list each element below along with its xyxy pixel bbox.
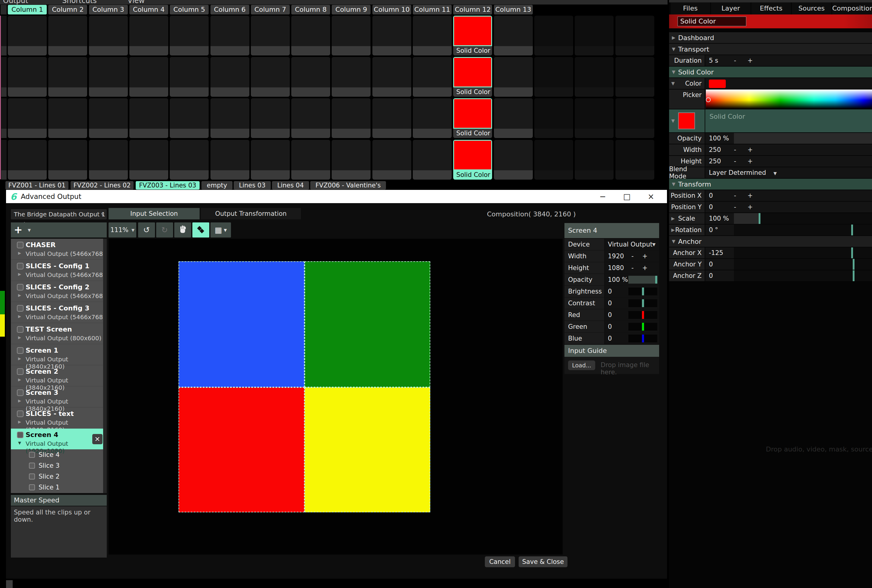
slice-checkbox[interactable]: [29, 452, 35, 458]
clip-label[interactable]: [291, 87, 330, 97]
scale-slider[interactable]: [734, 213, 872, 224]
duration-value[interactable]: 5 s - +: [705, 55, 872, 66]
output-device-dropdown[interactable]: The Bridge Datapath Output 1 - Jules 1 1…: [11, 209, 107, 219]
chevron-right-icon[interactable]: ▶: [18, 314, 21, 319]
clip-label[interactable]: [251, 87, 290, 97]
clip-cell[interactable]: [575, 16, 614, 56]
clip-thumbnail-red[interactable]: [453, 140, 492, 170]
deck-tab[interactable]: Lines 04: [272, 181, 309, 190]
clip-label[interactable]: [372, 170, 411, 180]
menu-shortcuts[interactable]: Shortcuts: [62, 0, 97, 4]
clip-cell[interactable]: [129, 140, 168, 180]
clip-label[interactable]: [48, 129, 87, 138]
clip-cell[interactable]: [8, 98, 47, 138]
rotation-slider[interactable]: [734, 225, 872, 236]
clip-thumbnail[interactable]: [291, 98, 330, 129]
clip-cell[interactable]: [210, 16, 249, 56]
height-decrement[interactable]: -: [631, 262, 634, 274]
clip-thumbnail[interactable]: [615, 98, 654, 129]
opacity-slider[interactable]: [734, 133, 872, 144]
slice-quad-green[interactable]: [305, 261, 430, 387]
column-header[interactable]: Column 2: [48, 5, 87, 15]
clip-label[interactable]: [170, 87, 209, 97]
deck-tab[interactable]: FVZ001 - Lines 01: [5, 181, 68, 190]
clip-thumbnail[interactable]: [494, 16, 533, 46]
clip-label[interactable]: [291, 129, 330, 138]
clip-thumbnail[interactable]: [413, 140, 452, 170]
clip-thumbnail[interactable]: [89, 140, 128, 170]
screen-checkbox[interactable]: [17, 368, 24, 375]
clip-cell[interactable]: [48, 98, 87, 138]
clip-thumbnail[interactable]: [372, 16, 411, 46]
clip-label[interactable]: [332, 87, 371, 97]
clip-thumbnail[interactable]: [48, 57, 87, 87]
clip-label[interactable]: [494, 46, 533, 56]
clip-label[interactable]: [494, 129, 533, 138]
clip-label[interactable]: [251, 170, 290, 180]
add-screen-button[interactable]: +: [14, 224, 23, 236]
clip-cell[interactable]: [48, 140, 87, 180]
slice-quad-yellow[interactable]: [305, 387, 430, 512]
clip-thumbnail[interactable]: [575, 57, 614, 87]
clip-label[interactable]: [129, 87, 168, 97]
screen-item[interactable]: Screen 3 ▶ Virtual Output (3840x2160): [11, 386, 107, 408]
slice-item[interactable]: Slice 3: [11, 460, 107, 471]
clip-label[interactable]: [332, 170, 371, 180]
clip-cell[interactable]: [413, 98, 452, 138]
chevron-down-icon[interactable]: ▼: [18, 441, 21, 445]
clip-cell[interactable]: [291, 140, 330, 180]
position-x-decrement[interactable]: -: [734, 190, 736, 201]
clip-label[interactable]: [575, 87, 614, 97]
clip-cell[interactable]: [48, 16, 87, 56]
remove-screen-button[interactable]: ×: [92, 434, 102, 444]
clip-cell[interactable]: [494, 57, 533, 97]
clip-cell[interactable]: [494, 140, 533, 180]
clip-label[interactable]: [210, 87, 249, 97]
chevron-right-icon[interactable]: ▶: [18, 356, 21, 361]
deck-tab[interactable]: empty: [201, 181, 233, 190]
clip-thumbnail[interactable]: [332, 16, 371, 46]
clip-label[interactable]: [210, 46, 249, 56]
tab-input-selection[interactable]: Input Selection: [108, 208, 200, 219]
position-y-increment[interactable]: +: [747, 202, 753, 213]
column-header[interactable]: Column 10: [372, 5, 411, 15]
position-y-value[interactable]: 0 - +: [705, 202, 872, 213]
clip-label[interactable]: [251, 129, 290, 138]
clip-thumbnail[interactable]: [8, 57, 47, 87]
clip-cell[interactable]: [372, 16, 411, 56]
clip-thumbnail[interactable]: [575, 98, 614, 129]
height-increment[interactable]: +: [747, 156, 753, 166]
clip-thumbnail[interactable]: [494, 57, 533, 87]
color-picker-gradient[interactable]: [706, 90, 872, 109]
width-value[interactable]: 1920 - +: [605, 250, 659, 262]
clip-label[interactable]: Solid Color: [453, 87, 492, 97]
clip-cell[interactable]: [251, 16, 290, 56]
clip-cell[interactable]: [413, 16, 452, 56]
opacity-slider[interactable]: [628, 276, 657, 284]
width-increment[interactable]: +: [747, 144, 753, 155]
clip-label[interactable]: [8, 129, 47, 138]
clip-cell[interactable]: [170, 140, 209, 180]
clip-thumbnail[interactable]: [534, 98, 573, 129]
screen-checkbox[interactable]: [17, 263, 24, 269]
width-increment[interactable]: +: [642, 250, 648, 262]
slice-checkbox[interactable]: [29, 463, 35, 469]
clip-thumbnail[interactable]: [291, 16, 330, 46]
clip-thumbnail-red[interactable]: [453, 98, 492, 129]
clip-thumbnail[interactable]: [8, 98, 47, 129]
clip-cell[interactable]: [332, 140, 371, 180]
duration-decrement[interactable]: -: [734, 55, 736, 66]
clip-label[interactable]: [129, 129, 168, 138]
column-header[interactable]: Column 8: [291, 5, 330, 15]
clip-cell[interactable]: [615, 16, 654, 56]
clip-cell[interactable]: [372, 98, 411, 138]
clip-thumbnail[interactable]: [170, 140, 209, 170]
clip-cell[interactable]: [575, 140, 614, 180]
clip-label[interactable]: [575, 46, 614, 56]
screen-checkbox[interactable]: [17, 389, 24, 396]
slice-item[interactable]: Slice 2: [11, 471, 107, 482]
clip-cell[interactable]: [575, 98, 614, 138]
clip-label[interactable]: [413, 87, 452, 97]
column-header[interactable]: Column 6: [210, 5, 249, 15]
screen-item[interactable]: TEST Screen ▶ Virtual Output (800x600): [11, 323, 107, 344]
